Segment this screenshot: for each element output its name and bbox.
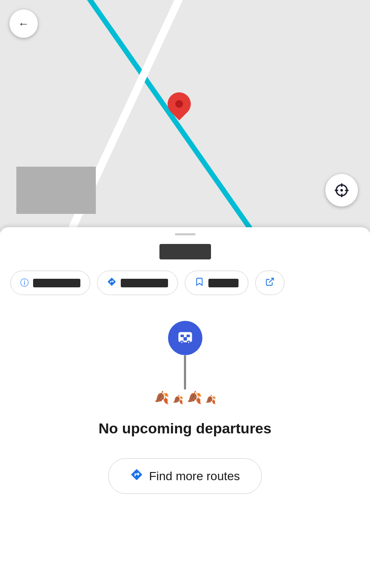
svg-point-8 (188, 342, 189, 343)
leaf-far: 🍂 (205, 394, 216, 405)
find-routes-label: Find more routes (149, 469, 240, 483)
bus-stop-circle (168, 321, 202, 355)
info-icon: ⓘ (20, 277, 29, 289)
leaf-right: 🍂 (187, 390, 202, 405)
leaf-left: 🍂 (154, 390, 169, 405)
back-button[interactable]: ← (9, 9, 38, 38)
back-arrow-icon: ← (18, 17, 29, 30)
no-departures-text: No upcoming departures (98, 420, 271, 437)
directions-icon (107, 277, 116, 289)
leaves-decoration: 🍂 🍂 🍂 🍂 (154, 390, 216, 405)
action-buttons-row: ⓘ (0, 271, 370, 295)
bottom-sheet: ⓘ (0, 227, 370, 588)
svg-rect-3 (180, 335, 184, 337)
bookmark-icon (195, 277, 204, 289)
directions-label (121, 279, 168, 287)
info-button[interactable]: ⓘ (10, 271, 90, 295)
save-label (208, 279, 239, 287)
drag-handle[interactable] (175, 233, 196, 235)
bus-icon (175, 328, 196, 348)
svg-rect-9 (183, 337, 187, 341)
location-crosshair-icon (335, 183, 349, 197)
find-more-routes-button[interactable]: Find more routes (108, 458, 262, 494)
my-location-button[interactable] (325, 174, 358, 207)
stop-title (159, 244, 211, 259)
map-building (16, 167, 96, 214)
svg-point-7 (181, 342, 182, 343)
open-icon (265, 277, 275, 289)
open-button[interactable] (255, 271, 284, 295)
location-pin (168, 92, 191, 116)
bus-stop-pole (184, 355, 186, 390)
directions-button[interactable] (97, 271, 178, 295)
svg-rect-4 (187, 335, 190, 337)
info-label (33, 279, 80, 287)
illustration-area: 🍂 🍂 🍂 🍂 (154, 321, 216, 405)
find-routes-icon (130, 468, 143, 484)
map-area[interactable]: ← (0, 0, 370, 232)
leaf-center: 🍂 (173, 394, 183, 405)
save-button[interactable] (185, 271, 248, 295)
bus-stop-sign (168, 321, 202, 390)
